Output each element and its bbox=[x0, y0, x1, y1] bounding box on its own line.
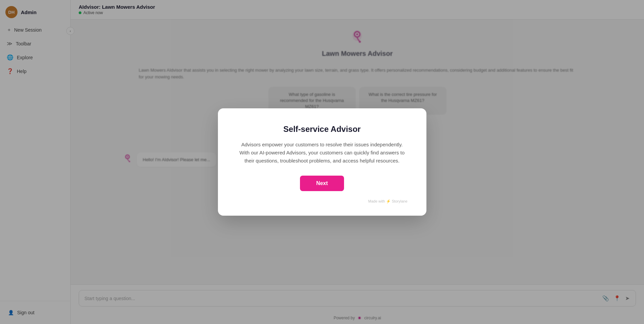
next-button[interactable]: Next bbox=[300, 176, 344, 191]
modal-footer: Made with ⚡ Storylane bbox=[237, 199, 408, 204]
modal: Self-service Advisor Advisors empower yo… bbox=[218, 108, 426, 216]
modal-button-row: Next bbox=[237, 176, 408, 191]
modal-overlay[interactable]: Self-service Advisor Advisors empower yo… bbox=[0, 0, 644, 324]
modal-description: Advisors empower your customers to resol… bbox=[237, 141, 408, 165]
modal-footer-text: Made with ⚡ Storylane bbox=[368, 199, 408, 204]
modal-title: Self-service Advisor bbox=[237, 124, 408, 134]
